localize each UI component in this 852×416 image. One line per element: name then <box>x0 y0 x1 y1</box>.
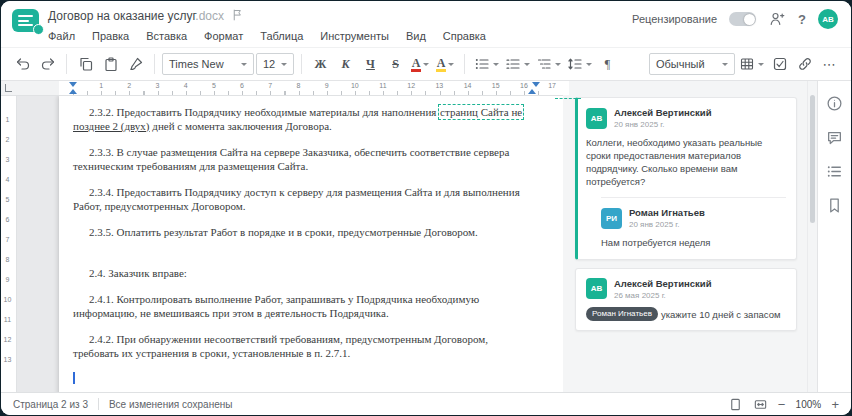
menu-item[interactable]: Инструменты <box>320 30 389 42</box>
ruler-number: 15 <box>482 82 510 89</box>
underlined-text: позднее 2 (двух) <box>73 120 150 132</box>
ruler-number: 9 <box>1 270 14 290</box>
users-icon[interactable] <box>768 10 786 28</box>
horizontal-ruler[interactable]: 1234567891011121314151617 <box>1 81 563 96</box>
review-toggle[interactable] <box>729 12 756 26</box>
more-tools-button[interactable]: ⋯ <box>818 52 841 76</box>
ruler-number: 3 <box>143 82 171 89</box>
document-page[interactable]: 2.3.2. Предоставить Подрядчику необходим… <box>59 96 563 392</box>
paragraph[interactable]: 2.3.4. Предоставить Подрядчику доступ к … <box>73 185 533 213</box>
tab-stop-marker[interactable] <box>532 82 540 87</box>
chevron-down-icon <box>555 63 561 66</box>
zoom-in-button[interactable]: + <box>831 398 839 411</box>
ruler-number: 4 <box>1 170 14 190</box>
underline-glyph: Ч <box>366 58 375 70</box>
page-indicator[interactable]: Страница 2 из 3 <box>13 399 88 410</box>
flag-icon[interactable] <box>231 8 244 22</box>
chevron-down-icon <box>448 63 454 66</box>
copy-button[interactable] <box>74 52 97 76</box>
ruler-number: 5 <box>1 190 14 210</box>
paragraph[interactable]: 2.3.2. Предоставить Подрядчику необходим… <box>73 105 533 133</box>
paragraph-marks-button[interactable]: ¶ <box>596 52 619 76</box>
undo-button[interactable] <box>11 52 34 76</box>
paragraph[interactable]: 2.3.5. Оплатить результат Работ в порядк… <box>73 225 533 239</box>
paragraph-style-select[interactable]: Обычный <box>649 53 735 75</box>
line-spacing-button[interactable] <box>565 52 594 76</box>
menu-item[interactable]: Вставка <box>146 30 187 42</box>
bold-button[interactable]: Ж <box>309 52 332 76</box>
comment-date: 26 мая 2025 г. <box>614 291 712 300</box>
menu-bar: ФайлПравкаВставкаФорматТаблицаИнструмент… <box>48 26 486 45</box>
user-avatar[interactable]: АВ <box>818 9 838 29</box>
more-dots-glyph: ⋯ <box>823 57 837 72</box>
paste-button[interactable] <box>99 52 122 76</box>
right-sidebar <box>817 81 851 392</box>
italic-glyph: К <box>341 58 349 70</box>
vertical-ruler[interactable]: 12345678910111213 <box>1 96 17 392</box>
tab-selector[interactable] <box>5 84 12 92</box>
multilevel-list-button[interactable] <box>534 52 563 76</box>
paragraph[interactable]: 2.4.1. Контролировать выполнение Работ, … <box>73 292 533 320</box>
font-size-select[interactable]: 12 <box>256 53 294 75</box>
menu-item[interactable]: Правка <box>92 30 129 42</box>
vertical-scrollbar[interactable] <box>807 81 817 392</box>
italic-button[interactable]: К <box>334 52 357 76</box>
comment-text: Коллеги, необходимо указать реальные сро… <box>586 136 786 188</box>
right-indent-marker[interactable] <box>528 89 536 94</box>
strikethrough-button[interactable]: S <box>384 52 407 76</box>
font-name-select[interactable]: Times New <box>162 53 254 75</box>
font-color-button[interactable]: А <box>409 52 432 76</box>
first-line-indent-marker[interactable] <box>69 82 77 87</box>
comment-thread[interactable]: АВ Алексей Вертинский 26 мая 2025 г. Ром… <box>575 268 797 331</box>
app-logo[interactable] <box>12 9 39 32</box>
comments-panel-icon[interactable] <box>825 127 845 147</box>
highlight-color-button[interactable]: А <box>434 52 457 76</box>
ruler-number: 2 <box>115 82 143 89</box>
ruler-number: 6 <box>1 210 14 230</box>
menu-item[interactable]: Файл <box>48 30 75 42</box>
left-indent-marker[interactable] <box>69 89 77 94</box>
ruler-number: 13 <box>1 350 14 370</box>
ruler-number: 12 <box>1 330 14 350</box>
zoom-out-button[interactable]: − <box>778 398 786 411</box>
insert-link-button[interactable] <box>793 52 816 76</box>
ruler-number: 7 <box>1 230 14 250</box>
comments-panel: АВ Алексей Вертинский 20 янв 2025 г. Кол… <box>563 81 807 392</box>
redo-button[interactable] <box>36 52 59 76</box>
format-toolbar: Times New 12 Ж К Ч S А А ¶ Обычный ⋯ <box>1 47 851 81</box>
document-title-text: Договор на оказание услуг <box>48 9 195 23</box>
menu-item[interactable]: Справка <box>443 30 486 42</box>
insert-table-button[interactable] <box>737 52 766 76</box>
comment-author: Алексей Вертинский <box>614 278 712 289</box>
fit-width-icon[interactable] <box>753 396 769 412</box>
chevron-down-icon <box>586 63 592 66</box>
menu-item[interactable]: Таблица <box>260 30 303 42</box>
ruler-number: 10 <box>1 290 14 310</box>
numbered-list-button[interactable] <box>503 52 532 76</box>
menu-item[interactable]: Формат <box>204 30 243 42</box>
ruler-number: 11 <box>369 82 397 89</box>
avatar: АВ <box>586 108 607 129</box>
paragraph[interactable]: 2.4.2. При обнаружении несоответствий тр… <box>73 332 533 360</box>
checkbox-button[interactable] <box>768 52 791 76</box>
reply-date: 20 янв 2025 г. <box>629 220 705 229</box>
menu-item[interactable]: Вид <box>406 30 426 42</box>
comment-reply[interactable]: РИ Роман Игнатьев 20 янв 2025 г. Нам пот… <box>601 197 786 249</box>
scrollbar-thumb[interactable] <box>810 95 815 223</box>
document-extension: .docx <box>195 9 224 23</box>
fit-page-icon[interactable] <box>728 396 744 412</box>
zoom-value[interactable]: 100% <box>794 399 822 410</box>
navigation-icon[interactable] <box>825 161 845 181</box>
chevron-down-icon <box>722 63 728 66</box>
bullet-list-button[interactable] <box>472 52 501 76</box>
bookmark-icon[interactable] <box>825 195 845 215</box>
paragraph[interactable]: 2.4. Заказчик вправе: <box>73 266 533 280</box>
info-icon[interactable] <box>825 93 845 113</box>
paragraph[interactable]: 2.3.3. В случае размещения Сайта на серв… <box>73 145 533 173</box>
underline-button[interactable]: Ч <box>359 52 382 76</box>
format-painter-button[interactable] <box>124 52 147 76</box>
chevron-down-icon <box>758 63 764 66</box>
help-icon[interactable]: ? <box>798 12 806 27</box>
comment-highlight[interactable]: страниц Сайта не <box>438 104 524 120</box>
comment-thread[interactable]: АВ Алексей Вертинский 20 янв 2025 г. Кол… <box>575 97 797 260</box>
